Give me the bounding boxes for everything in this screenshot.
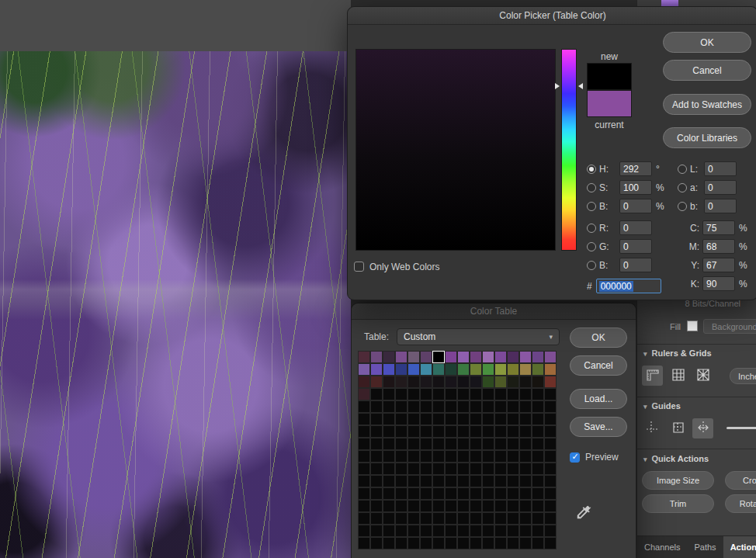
m-input[interactable] — [702, 239, 735, 254]
h-input[interactable] — [619, 161, 652, 176]
color-table-swatch[interactable] — [495, 488, 506, 499]
color-table-swatch[interactable] — [508, 414, 518, 425]
color-table-swatch[interactable] — [433, 414, 444, 425]
color-table-swatch[interactable] — [383, 538, 394, 549]
color-table-swatch[interactable] — [421, 352, 432, 362]
lab-b-input[interactable] — [704, 199, 737, 213]
color-table-swatch[interactable] — [433, 426, 444, 437]
color-table-swatch[interactable] — [458, 463, 469, 474]
lab-b-radio[interactable] — [678, 202, 687, 211]
color-table-swatch[interactable] — [508, 513, 518, 524]
color-table-swatch[interactable] — [458, 352, 469, 362]
color-table-swatch[interactable] — [371, 451, 382, 462]
color-table-swatch[interactable] — [520, 364, 531, 375]
color-picker-titlebar[interactable]: Color Picker (Table Color) — [348, 7, 756, 25]
color-table-swatch[interactable] — [495, 501, 506, 511]
s-input[interactable] — [619, 180, 652, 195]
color-table-swatch[interactable] — [458, 401, 469, 412]
color-table-swatch[interactable] — [383, 389, 394, 400]
tab-actions[interactable]: Actions — [723, 536, 756, 558]
color-table-swatch[interactable] — [383, 501, 394, 511]
color-table-swatch[interactable] — [371, 538, 382, 549]
color-table-swatch[interactable] — [433, 401, 444, 412]
color-table-swatch[interactable] — [421, 414, 432, 425]
color-table-swatch[interactable] — [421, 463, 432, 474]
color-table-swatch[interactable] — [371, 414, 382, 425]
color-table-swatch[interactable] — [433, 476, 444, 487]
color-table-swatch[interactable] — [458, 476, 469, 487]
color-table-swatch[interactable] — [408, 488, 419, 499]
color-table-swatch[interactable] — [396, 401, 407, 412]
color-table-swatch[interactable] — [532, 463, 543, 474]
color-table-swatch[interactable] — [433, 488, 444, 499]
color-table-swatch[interactable] — [483, 401, 494, 412]
color-table-swatch[interactable] — [421, 476, 432, 487]
color-table-swatch[interactable] — [545, 426, 556, 437]
color-table-swatch[interactable] — [508, 352, 518, 362]
color-table-swatch[interactable] — [508, 451, 518, 462]
hue-slider[interactable] — [561, 49, 577, 251]
color-table-swatch[interactable] — [359, 401, 369, 412]
b-input[interactable] — [619, 199, 652, 213]
section-guides[interactable]: ▾Guides — [643, 401, 681, 411]
color-table-swatch[interactable] — [359, 364, 369, 375]
color-table-swatch[interactable] — [383, 476, 394, 487]
table-ok-button[interactable]: OK — [570, 328, 627, 348]
hue-slider-handle-right[interactable] — [578, 83, 583, 89]
color-table-swatch[interactable] — [520, 476, 531, 487]
color-table-swatch[interactable] — [446, 376, 456, 387]
ruler-toggle-button[interactable] — [642, 366, 663, 386]
color-table-swatch[interactable] — [359, 426, 369, 437]
color-table-swatch[interactable] — [520, 376, 531, 387]
color-table-swatch[interactable] — [545, 414, 556, 425]
color-table-swatch[interactable] — [446, 426, 456, 437]
color-table-swatch[interactable] — [396, 501, 407, 511]
color-table-swatch[interactable] — [421, 438, 432, 449]
color-table-swatch[interactable] — [520, 401, 531, 412]
color-table-swatch[interactable] — [470, 451, 481, 462]
color-table-swatch[interactable] — [545, 451, 556, 462]
color-table-swatch[interactable] — [470, 476, 481, 487]
color-table-swatch[interactable] — [371, 513, 382, 524]
color-table-swatch[interactable] — [371, 463, 382, 474]
show-guides-button[interactable] — [642, 418, 663, 438]
color-table-swatch[interactable] — [446, 438, 456, 449]
color-table-swatch[interactable] — [545, 501, 556, 511]
only-web-colors-checkbox[interactable] — [354, 262, 364, 272]
color-table-swatch[interactable] — [483, 463, 494, 474]
table-save-button[interactable]: Save... — [570, 417, 627, 437]
b2-radio[interactable] — [587, 261, 596, 270]
eyedropper-icon[interactable] — [575, 504, 592, 521]
color-table-swatch[interactable] — [520, 414, 531, 425]
color-table-swatch[interactable] — [483, 364, 494, 375]
image-size-button[interactable]: Image Size — [642, 471, 714, 490]
grid-toggle-button[interactable] — [668, 366, 688, 386]
color-table-swatch[interactable] — [446, 513, 456, 524]
color-table-swatch[interactable] — [433, 389, 444, 400]
color-table-swatch[interactable] — [408, 352, 419, 362]
color-table-swatch[interactable] — [483, 538, 494, 549]
table-load-button[interactable]: Load... — [570, 389, 627, 409]
color-table-swatch[interactable] — [371, 376, 382, 387]
color-table-swatch[interactable] — [520, 463, 531, 474]
color-table-swatch[interactable] — [483, 501, 494, 511]
color-table-swatch[interactable] — [470, 364, 481, 375]
color-table-swatch[interactable] — [508, 376, 518, 387]
color-table-swatch[interactable] — [408, 401, 419, 412]
color-table-swatch[interactable] — [470, 438, 481, 449]
hue-slider-handle-left[interactable] — [555, 83, 560, 89]
color-table-swatch[interactable] — [495, 463, 506, 474]
color-table-swatch[interactable] — [408, 364, 419, 375]
color-table-swatch[interactable] — [508, 426, 518, 437]
color-table-swatch[interactable] — [383, 513, 394, 524]
color-table-swatch[interactable] — [446, 401, 456, 412]
pixel-grid-button[interactable] — [692, 366, 713, 386]
color-table-swatch[interactable] — [396, 426, 407, 437]
g-input[interactable] — [619, 239, 652, 254]
color-table-swatch[interactable] — [470, 426, 481, 437]
table-dropdown[interactable]: Custom ▾ — [397, 328, 560, 345]
color-table-swatch[interactable] — [446, 488, 456, 499]
color-table-swatch[interactable] — [408, 525, 419, 536]
color-table-swatch[interactable] — [433, 451, 444, 462]
color-table-swatch[interactable] — [458, 389, 469, 400]
